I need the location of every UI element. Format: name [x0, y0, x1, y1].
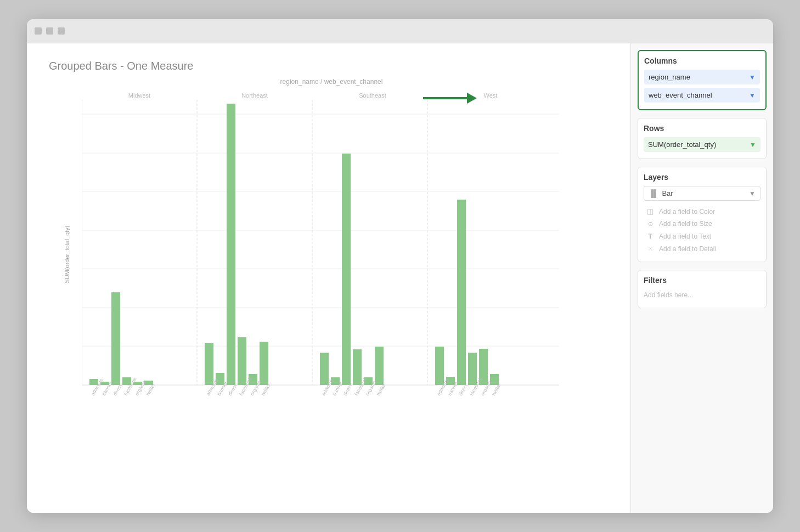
- arrow-container: [423, 93, 477, 104]
- bar-west-facebook: [468, 353, 477, 385]
- bar-northeast-twitter: [260, 342, 268, 385]
- columns-field-region-label: region_name: [649, 73, 690, 81]
- chart-title: Grouped Bars - One Measure: [49, 60, 619, 72]
- bar-chart-icon: ▐▌: [649, 189, 658, 197]
- rows-section: Rows SUM(order_total_qty) ▼: [638, 118, 767, 159]
- titlebar-btn-1[interactable]: [35, 27, 42, 35]
- bar-southeast-facebook: [353, 349, 362, 385]
- rows-field-arrow[interactable]: ▼: [750, 141, 756, 149]
- titlebar-btn-2[interactable]: [46, 27, 53, 35]
- columns-title: Columns: [644, 56, 760, 65]
- add-detail-label: Add a field to Detail: [659, 245, 716, 253]
- columns-field-channel-label: web_event_channel: [649, 91, 712, 99]
- text-icon: T: [646, 232, 655, 240]
- filters-placeholder: Add fields here...: [644, 289, 760, 301]
- bar-southeast-adwords: [320, 353, 329, 385]
- layers-section: Layers ▐▌ Bar ▼ ◫ Add a field to Color ⊙…: [638, 167, 767, 262]
- svg-text:Midwest: Midwest: [128, 92, 150, 99]
- chart-area: Grouped Bars - One Measure region_name /…: [27, 43, 630, 513]
- bar-northeast-facebook: [238, 337, 246, 385]
- rows-title: Rows: [644, 124, 760, 133]
- size-icon: ⊙: [646, 220, 655, 228]
- add-size-label: Add a field to Size: [659, 220, 712, 228]
- right-panel: Columns region_name ▼ web_event_channel …: [630, 43, 773, 513]
- columns-field-region-arrow[interactable]: ▼: [749, 73, 756, 81]
- rows-field-label: SUM(order_total_qty): [648, 140, 716, 149]
- svg-text:Southeast: Southeast: [359, 92, 386, 99]
- rows-field[interactable]: SUM(order_total_qty) ▼: [644, 137, 760, 152]
- add-text-label: Add a field to Text: [659, 233, 711, 240]
- chart-x-title: region_name / web_event_channel: [43, 78, 619, 86]
- columns-field-region[interactable]: region_name ▼: [644, 70, 760, 84]
- columns-field-channel[interactable]: web_event_channel ▼: [644, 88, 760, 103]
- filters-title: Filters: [644, 276, 760, 285]
- arrow-line: [423, 97, 467, 99]
- columns-section: Columns region_name ▼ web_event_channel …: [638, 50, 767, 110]
- color-icon: ◫: [646, 207, 655, 216]
- bar-southeast-twitter: [375, 347, 384, 385]
- bar-southeast-direct: [342, 154, 351, 385]
- layers-type-label: Bar: [662, 189, 673, 197]
- add-color-item[interactable]: ◫ Add a field to Color: [644, 205, 760, 218]
- detail-icon: ⁙: [646, 245, 655, 253]
- arrow-head: [467, 93, 477, 104]
- titlebar-btn-3[interactable]: [58, 27, 65, 35]
- add-size-item[interactable]: ⊙ Add a field to Size: [644, 218, 760, 230]
- titlebar: [27, 19, 773, 43]
- green-arrow: [423, 93, 477, 104]
- add-detail-item[interactable]: ⁙ Add a field to Detail: [644, 242, 760, 255]
- svg-text:Northeast: Northeast: [241, 92, 268, 99]
- chart-svg: 0 5000000 10000000 15000000 20000000 250…: [82, 89, 559, 418]
- layers-dropdown-arrow[interactable]: ▼: [749, 190, 756, 197]
- bar-northeast-adwords: [205, 343, 213, 385]
- svg-text:West: West: [484, 92, 498, 99]
- add-color-label: Add a field to Color: [659, 208, 715, 216]
- bar-midwest-direct: [111, 292, 120, 385]
- columns-field-channel-arrow[interactable]: ▼: [749, 92, 756, 99]
- bar-west-adwords: [435, 347, 444, 385]
- main-window: Grouped Bars - One Measure region_name /…: [27, 19, 773, 513]
- layers-type-dropdown[interactable]: ▐▌ Bar ▼: [644, 186, 760, 201]
- y-axis-label: SUM(order_total_qty): [64, 225, 70, 283]
- filters-section: Filters Add fields here...: [638, 270, 767, 308]
- bar-west-direct: [457, 200, 466, 385]
- add-text-item[interactable]: T Add a field to Text: [644, 230, 760, 242]
- bar-northeast-direct: [227, 104, 235, 385]
- content-area: Grouped Bars - One Measure region_name /…: [27, 43, 773, 513]
- layers-title: Layers: [644, 173, 760, 182]
